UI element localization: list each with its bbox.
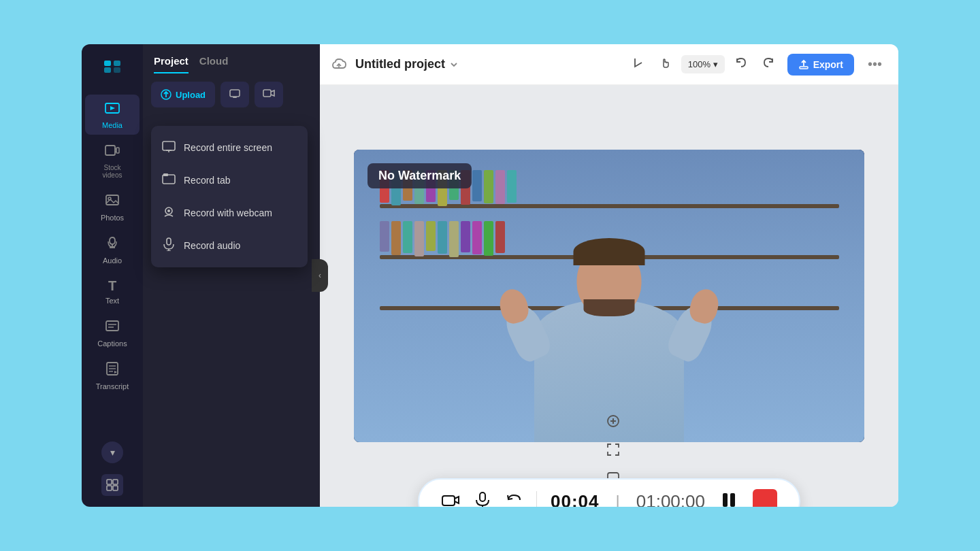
redo-button[interactable] [757, 52, 779, 77]
project-title-text: Untitled project [355, 57, 445, 71]
more-options-button[interactable]: ••• [862, 54, 887, 75]
svg-rect-22 [107, 486, 112, 490]
fullscreen-button[interactable] [601, 437, 625, 462]
svg-point-34 [167, 210, 170, 212]
svg-rect-20 [107, 480, 112, 484]
record-screen-item[interactable]: Record entire screen [151, 131, 308, 164]
sidebar: Media Stock videos Photos [82, 44, 143, 507]
panel-collapse-button[interactable]: ‹ [312, 259, 328, 292]
media-panel: Project Cloud Upload [143, 44, 320, 507]
svg-rect-27 [263, 90, 271, 97]
person-beard [584, 299, 635, 316]
sidebar-item-stock-videos-label: Stock videos [93, 164, 131, 179]
webcam-icon [162, 205, 176, 221]
time-divider-left [536, 491, 537, 507]
person-overlay [493, 190, 725, 442]
upload-area: Upload [143, 73, 320, 116]
top-bar: Untitled project 100% [320, 44, 898, 85]
video-background: No Watermark [354, 150, 864, 442]
video-frame: No Watermark [354, 150, 864, 442]
no-watermark-text: No Watermark [378, 169, 461, 182]
svg-rect-40 [442, 496, 455, 505]
sidebar-item-media[interactable]: Media [85, 95, 140, 135]
recording-bar: 00:04 | 01:00:00 [418, 478, 800, 507]
record-webcam-label: Record with webcam [184, 207, 272, 218]
svg-rect-1 [114, 61, 120, 66]
svg-rect-44 [723, 493, 728, 507]
play-mode-button[interactable] [627, 52, 649, 77]
audio-icon [105, 235, 120, 254]
export-button[interactable]: Export [787, 54, 854, 76]
sidebar-item-transcript[interactable]: Transcript [85, 356, 140, 396]
app-logo[interactable] [101, 55, 123, 81]
photos-icon [105, 193, 120, 211]
sidebar-item-stock-videos[interactable]: Stock videos [85, 137, 140, 184]
sidebar-item-transcript-label: Transcript [96, 382, 129, 390]
sidebar-item-captions-label: Captions [97, 339, 127, 348]
svg-rect-2 [104, 67, 111, 73]
project-title[interactable]: Untitled project [355, 57, 459, 71]
record-tab-item[interactable]: Record tab [151, 164, 308, 197]
hand-tool-button[interactable] [654, 52, 676, 77]
transcript-icon [105, 361, 120, 380]
svg-rect-3 [114, 67, 120, 73]
audio-record-icon [162, 237, 176, 254]
svg-rect-5 [105, 146, 115, 155]
time-separator: | [616, 492, 620, 507]
sidebar-item-photos-label: Photos [101, 214, 124, 222]
undo-button[interactable] [730, 52, 752, 77]
title-dropdown-icon [449, 60, 459, 69]
svg-rect-23 [113, 486, 118, 490]
tab-cloud[interactable]: Cloud [199, 55, 229, 73]
sidebar-item-text[interactable]: T Text [85, 273, 140, 310]
add-to-timeline-button[interactable] [601, 409, 625, 433]
reset-icon[interactable] [505, 491, 523, 507]
panel-tabs: Project Cloud [143, 44, 320, 73]
total-recording-time: 01:00:00 [636, 491, 705, 507]
sidebar-item-text-label: Text [105, 297, 119, 305]
video-preview: No Watermark [320, 85, 898, 507]
sidebar-item-media-label: Media [102, 121, 122, 129]
upload-button-label: Upload [176, 90, 206, 100]
no-watermark-badge: No Watermark [368, 163, 472, 188]
svg-rect-13 [106, 321, 118, 331]
collapse-icon: ‹ [318, 271, 321, 280]
svg-rect-28 [163, 141, 175, 150]
tab-icon [162, 172, 176, 188]
device-button[interactable] [220, 82, 249, 107]
svg-rect-26 [233, 97, 237, 98]
svg-rect-0 [104, 61, 111, 66]
record-button[interactable] [255, 82, 283, 107]
record-audio-label: Record audio [184, 240, 240, 251]
record-tab-label: Record tab [184, 175, 230, 186]
record-audio-item[interactable]: Record audio [151, 229, 308, 262]
record-dropdown: Record entire screen Record tab [151, 126, 308, 267]
pause-button[interactable] [719, 490, 739, 507]
sidebar-expand-button[interactable]: ▾ [101, 441, 123, 463]
svg-rect-6 [116, 148, 119, 153]
zoom-value: 100% [688, 59, 710, 69]
monitor-icon [162, 139, 176, 156]
svg-rect-25 [230, 90, 240, 97]
app-container: Media Stock videos Photos [82, 44, 898, 507]
upload-button[interactable]: Upload [151, 82, 215, 107]
sidebar-item-audio-label: Audio [103, 256, 122, 265]
sidebar-item-photos[interactable]: Photos [85, 187, 140, 227]
current-recording-time: 00:04 [551, 491, 600, 507]
zoom-control[interactable]: 100% ▾ [681, 55, 725, 73]
captions-icon [105, 318, 120, 337]
cloud-save-icon[interactable] [331, 54, 347, 74]
sidebar-item-audio[interactable]: Audio [85, 230, 140, 270]
record-webcam-item[interactable]: Record with webcam [151, 197, 308, 229]
sidebar-item-captions[interactable]: Captions [85, 313, 140, 353]
camera-icon[interactable] [441, 490, 460, 507]
microphone-icon[interactable] [474, 491, 491, 507]
sidebar-grid-button[interactable] [101, 474, 123, 496]
zoom-dropdown-icon: ▾ [713, 59, 718, 69]
svg-rect-9 [106, 195, 118, 205]
person-head [577, 245, 642, 316]
tab-project[interactable]: Project [154, 55, 189, 73]
record-screen-label: Record entire screen [184, 142, 272, 153]
stop-button[interactable] [753, 489, 777, 507]
stock-videos-icon [105, 143, 120, 161]
